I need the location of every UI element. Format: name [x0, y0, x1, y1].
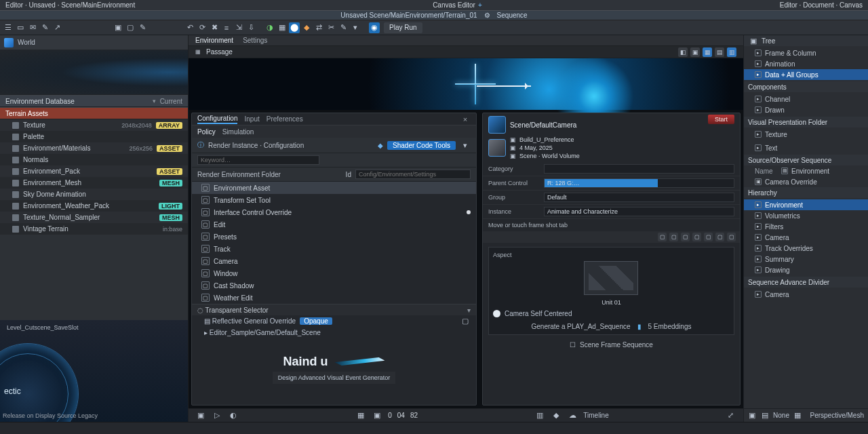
toolbar-icon[interactable]: ◑ — [264, 22, 275, 33]
shader-tools-button[interactable]: Shader Code Tools — [387, 141, 456, 150]
toolbar-icon[interactable]: ⇲ — [233, 22, 244, 33]
ptab-preferences[interactable]: Preferences — [267, 115, 303, 123]
rfoot-icon-3[interactable]: ▦ — [793, 410, 802, 421]
config-item[interactable]: ▢Cast Shadow — [192, 279, 476, 292]
gear-icon[interactable]: ⚙ — [484, 12, 490, 19]
tree-item[interactable]: ▸Camera — [744, 232, 868, 243]
toolbar-icon[interactable]: ≡ — [221, 22, 232, 33]
asset-row[interactable]: Sky Dome Animation — [0, 189, 188, 200]
world-preview[interactable] — [0, 50, 188, 95]
chevron-down-icon[interactable]: ▾ — [153, 98, 156, 104]
insp-value[interactable]: Animate and Characterize — [544, 207, 734, 216]
section-terrain-assets[interactable]: Terrain Assets — [5, 110, 48, 117]
insp-value[interactable]: Default — [544, 193, 734, 202]
asset-row[interactable]: Environment_PackASSET — [0, 165, 188, 177]
config-item[interactable]: ▢Camera — [192, 255, 476, 267]
asset-row[interactable]: Environment_Weather_PackLIGHT — [0, 200, 188, 212]
config-item[interactable]: ▢Window — [192, 267, 476, 279]
footer-icon-3[interactable]: ◐ — [228, 410, 239, 421]
tree-item[interactable]: ▸Data + All Groups — [744, 69, 868, 80]
toolbar-icon[interactable]: ↗ — [52, 22, 62, 33]
footer-icon-1[interactable]: ▣ — [195, 410, 206, 421]
tree-item[interactable]: ▸Drawing — [744, 264, 868, 275]
tree-item[interactable]: ▸Summary — [744, 254, 868, 264]
config-item[interactable]: ▢Transform Set Tool — [192, 194, 476, 206]
rfoot-icon-2[interactable]: ▤ — [761, 410, 770, 421]
panel-close-icon[interactable]: × — [460, 114, 471, 125]
head-icon-5[interactable]: ▥ — [727, 47, 736, 57]
ptab-input[interactable]: Input — [244, 115, 259, 123]
start-button[interactable]: Start — [708, 115, 734, 124]
tree-item[interactable]: ▸Drawn — [744, 104, 868, 115]
toolbar-icon[interactable]: ▣ — [113, 22, 123, 33]
checkbox-icon[interactable]: ☐ — [570, 341, 576, 349]
hero-viewport[interactable] — [189, 58, 743, 110]
footer-tool-5[interactable]: ☁ — [567, 410, 578, 421]
strip-icon[interactable]: ▢ — [681, 233, 690, 241]
head-icon-4[interactable]: ▤ — [715, 47, 724, 57]
psub-simulation[interactable]: Simulation — [222, 128, 254, 136]
strip-icon[interactable]: ▢ — [704, 233, 713, 241]
config-item[interactable]: ▢Environment Asset — [192, 182, 476, 194]
asset-row[interactable]: Environment_MeshMESH — [0, 177, 188, 189]
asset-row[interactable]: Normals — [0, 154, 188, 165]
toolbar-icon[interactable]: ▢ — [125, 22, 136, 33]
footer-play-icon[interactable]: ▷ — [212, 410, 222, 421]
kv-menu-icon[interactable]: ▢ — [460, 316, 471, 327]
kv-override-value[interactable]: Opaque — [300, 317, 332, 325]
gauge-widget[interactable] — [0, 343, 79, 422]
tree-item[interactable]: ▸Animation — [744, 58, 868, 69]
new-tab-plus[interactable]: + — [478, 1, 482, 9]
toolbar-icon[interactable]: ⇩ — [245, 22, 256, 33]
camera-self-centered-radio[interactable] — [493, 310, 500, 317]
tree-item[interactable]: ▸Texture — [744, 129, 868, 140]
toolbar-icon[interactable]: ⟳ — [197, 22, 208, 33]
head-icon-3[interactable]: ▦ — [703, 47, 712, 57]
asset-row[interactable]: Texture_Normal_SamplerMESH — [0, 212, 188, 223]
tree-item[interactable]: ▸Volumetrics — [744, 210, 868, 221]
footer-expand-icon[interactable]: ⤢ — [726, 410, 736, 421]
id-input[interactable] — [355, 170, 471, 179]
tab-settings[interactable]: Settings — [243, 37, 267, 44]
tree-item[interactable]: ▸Filters — [744, 221, 868, 232]
toolbar-icon[interactable]: ✉ — [27, 22, 38, 33]
breadcrumb-primary[interactable]: Unsaved Scene/MainEnvironment/Terrain_01 — [340, 12, 477, 19]
tree-item[interactable]: ▸Environment — [744, 199, 868, 210]
config-item[interactable]: ▢Weather Edit — [192, 292, 476, 304]
footer-tool-4[interactable]: ◆ — [551, 410, 561, 421]
chevron-down-icon[interactable]: ▾ — [467, 307, 471, 314]
psub-policy[interactable]: Policy — [197, 128, 216, 136]
tree-item[interactable]: ▸Track Overrides — [744, 243, 868, 254]
toolbar-icon[interactable]: ⇄ — [313, 22, 324, 33]
rfoot-mode[interactable]: Perspective/Mesh — [810, 412, 864, 419]
insp-value[interactable]: R: 128 G:… — [544, 178, 734, 188]
toolbar-icon[interactable]: ◆ — [301, 22, 312, 33]
panel-menu-icon[interactable]: ▾ — [460, 140, 471, 151]
tree-item[interactable]: ▸Text — [744, 142, 868, 153]
insp-value[interactable] — [544, 164, 734, 174]
globe-icon[interactable]: ◉ — [369, 22, 380, 33]
strip-icon[interactable]: ▢ — [692, 233, 701, 241]
config-item[interactable]: ▢Interface Control Override — [192, 206, 476, 218]
strip-icon[interactable]: ▢ — [715, 233, 724, 241]
asset-row[interactable]: Palette — [0, 131, 188, 142]
toolbar-icon[interactable]: ✎ — [137, 22, 148, 33]
section-env-db[interactable]: Environment Database — [5, 98, 75, 105]
toolbar-icon[interactable]: ▾ — [350, 22, 361, 33]
tree-item[interactable]: ▸Channel — [744, 94, 868, 104]
tab-environment[interactable]: Environment — [195, 37, 233, 44]
play-run-button[interactable]: Play Run — [384, 22, 422, 33]
strip-icon[interactable]: ▢ — [658, 233, 667, 241]
config-item[interactable]: ▢Presets — [192, 231, 476, 243]
strip-icon[interactable]: ▢ — [669, 233, 678, 241]
camera-override-item[interactable]: Camera Override — [765, 178, 817, 186]
preview-placeholder[interactable] — [584, 261, 638, 295]
footer-tool-2[interactable]: ▣ — [372, 410, 382, 421]
toolbar-icon[interactable]: ⬤ — [289, 22, 300, 33]
head-icon-1[interactable]: ◧ — [678, 47, 688, 57]
sect-transparent[interactable]: ◌ Transparent Selector — [197, 307, 269, 314]
toolbar-icon[interactable]: ▭ — [15, 22, 26, 33]
toolbar-icon[interactable]: ✂ — [326, 22, 336, 33]
config-item[interactable]: ▢Track — [192, 243, 476, 255]
head-icon-2[interactable]: ▣ — [690, 47, 700, 57]
